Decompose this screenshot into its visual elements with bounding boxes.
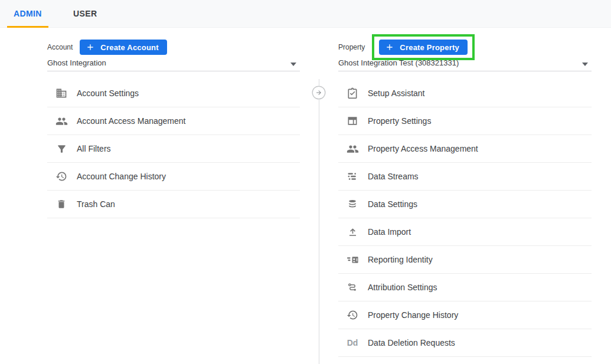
arrow-right-circle-icon[interactable] xyxy=(312,86,326,100)
create-property-button[interactable]: Create Property xyxy=(379,40,468,55)
account-header: Account Create Account xyxy=(47,40,300,55)
menu-item-label: Trash Can xyxy=(77,199,115,209)
menu-item-label: Data Import xyxy=(368,227,411,237)
property-menu-item-data-import[interactable]: Data Import xyxy=(338,218,592,246)
property-menu-item-property-settings[interactable]: Property Settings xyxy=(338,107,592,135)
property-selector[interactable]: Ghost Integration Test (308321331) xyxy=(338,55,592,71)
property-menu-item-data-deletion-requests[interactable]: DdData Deletion Requests xyxy=(338,329,592,357)
property-menu-item-property-access-management[interactable]: Property Access Management xyxy=(338,135,592,163)
create-account-button[interactable]: Create Account xyxy=(80,40,166,55)
history-icon xyxy=(345,308,360,322)
account-menu-item-all-filters[interactable]: All Filters xyxy=(47,135,300,163)
menu-item-label: Reporting Identity xyxy=(368,255,433,264)
menu-item-label: All Filters xyxy=(77,144,111,153)
property-menu-item-data-settings[interactable]: Data Settings xyxy=(338,191,592,218)
database-icon xyxy=(345,197,360,211)
building-icon xyxy=(54,86,68,100)
account-menu-item-account-access-management[interactable]: Account Access Management xyxy=(47,107,300,135)
filter-icon xyxy=(54,142,68,156)
account-section-label: Account xyxy=(47,43,73,51)
route-icon xyxy=(345,280,360,294)
menu-item-label: Account Settings xyxy=(77,88,139,98)
account-selector[interactable]: Ghost Integration xyxy=(47,55,300,71)
menu-item-label: Property Change History xyxy=(368,310,458,320)
data-streams-icon xyxy=(345,169,360,183)
history-icon xyxy=(54,169,68,183)
people-icon xyxy=(345,142,360,156)
people-icon xyxy=(54,114,68,128)
property-menu-item-property-change-history[interactable]: Property Change History xyxy=(338,301,592,329)
property-menu-item-attribution-settings[interactable]: Attribution Settings xyxy=(338,274,592,301)
menu-item-label: Property Access Management xyxy=(368,144,478,153)
menu-item-label: Data Deletion Requests xyxy=(368,338,455,347)
property-section-label: Property xyxy=(338,43,365,51)
active-tab-underline xyxy=(7,26,48,28)
menu-item-label: Account Access Management xyxy=(77,116,185,126)
property-menu-item-reporting-identity[interactable]: Reporting Identity xyxy=(338,246,592,274)
menu-item-label: Data Settings xyxy=(368,199,417,209)
account-menu: Account SettingsAccount Access Managemen… xyxy=(47,80,300,218)
property-header: Property Create Property xyxy=(338,40,592,55)
menu-item-label: Setup Assistant xyxy=(368,88,425,98)
column-divider-line xyxy=(319,79,319,364)
account-menu-item-trash-can[interactable]: Trash Can xyxy=(47,191,300,218)
account-menu-item-account-change-history[interactable]: Account Change History xyxy=(47,163,300,191)
account-menu-item-account-settings[interactable]: Account Settings xyxy=(47,80,300,107)
dd-text-icon: Dd xyxy=(345,336,360,350)
upload-icon xyxy=(345,225,360,239)
menu-item-label: Account Change History xyxy=(77,172,166,181)
menu-item-label: Property Settings xyxy=(368,116,431,126)
menu-item-label: Data Streams xyxy=(368,172,419,181)
property-selector-value: Ghost Integration Test (308321331) xyxy=(338,58,459,67)
layout-icon xyxy=(345,114,360,128)
tab-admin[interactable]: ADMIN xyxy=(7,0,48,27)
id-card-icon xyxy=(345,252,360,267)
menu-item-label: Attribution Settings xyxy=(368,283,437,292)
create-property-label: Create Property xyxy=(400,43,459,52)
property-menu: Setup AssistantProperty SettingsProperty… xyxy=(338,80,592,357)
property-menu-item-data-streams[interactable]: Data Streams xyxy=(338,163,592,191)
ga-admin-page: ADMIN USER Account Create Account Ghost … xyxy=(0,0,611,364)
account-selector-value: Ghost Integration xyxy=(47,58,106,67)
tab-admin-label: ADMIN xyxy=(14,9,42,18)
admin-user-tabbar: ADMIN USER xyxy=(0,0,611,28)
tab-user-label: USER xyxy=(73,9,97,18)
tab-user[interactable]: USER xyxy=(67,0,104,27)
plus-icon xyxy=(385,42,394,52)
dropdown-arrow-icon xyxy=(582,63,588,66)
clipboard-check-icon xyxy=(345,86,360,100)
plus-icon xyxy=(86,42,95,52)
create-account-label: Create Account xyxy=(100,43,158,52)
dropdown-arrow-icon xyxy=(290,63,296,66)
trash-icon xyxy=(54,197,68,211)
property-menu-item-setup-assistant[interactable]: Setup Assistant xyxy=(338,80,592,107)
